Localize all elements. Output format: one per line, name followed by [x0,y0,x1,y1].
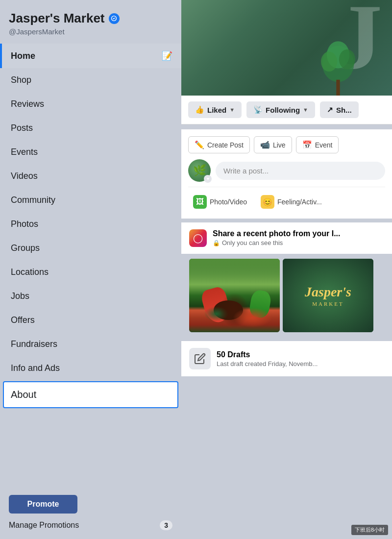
feeling-icon: 😊 [261,195,274,209]
sidebar-item-shop[interactable]: Shop [0,68,181,92]
page-title-row: Jasper's Market [9,11,172,26]
manage-promotions-label: Manage Promotions [9,521,79,530]
avatar: 🌿 ▾ [188,159,211,182]
lock-icon: 🔒 [213,240,220,246]
page-title: Jasper's Market [9,11,105,26]
sidebar-item-locations[interactable]: Locations [0,260,181,284]
svg-point-4 [339,49,355,70]
post-creation-area: ✏️ Create Post 📹 Live 📅 Event 🌿 ▾ [181,129,392,219]
sidebar-item-label: Jobs [11,291,29,301]
sidebar-item-label: Community [11,195,55,205]
share-label: Sh... [336,106,352,114]
write-post-input[interactable]: Write a post... [216,162,385,180]
photo-icon: 🖼 [193,195,207,209]
event-label: Event [315,141,333,149]
sidebar-item-label: About [11,389,36,400]
post-input-row: 🌿 ▾ Write a post... [188,159,385,182]
photo-video-label: Photo/Video [210,198,247,206]
feeling-button[interactable]: 😊 Feeling/Activ... [256,192,327,212]
avatar-icon: 🌿 [193,164,206,177]
share-button[interactable]: ↗ Sh... [320,101,359,118]
event-button[interactable]: 📅 Event [296,136,339,153]
drafts-section[interactable]: 50 Drafts Last draft created Friday, Nov… [181,341,392,376]
instagram-share-title: Share a recent photo from your I... [213,229,341,238]
vegetable-photo-thumb[interactable] [189,259,280,332]
sidebar-item-label: Videos [11,171,38,181]
drafts-text: 50 Drafts Last draft created Friday, Nov… [217,350,318,368]
page-header: Jasper's Market @JaspersMarket [0,0,181,44]
nav-list: Home 📝 Shop Reviews Posts Events Videos … [0,44,181,488]
sidebar-item-groups[interactable]: Groups [0,236,181,260]
sidebar-item-community[interactable]: Community [0,188,181,212]
calendar-icon: 📅 [302,140,312,149]
avatar-dropdown-icon: ▾ [204,175,212,183]
create-post-label: Create Post [207,141,244,149]
live-label: Live [273,141,286,149]
sidebar-item-label: Groups [11,243,40,253]
photo-grid: Jasper's MARKET [189,259,384,332]
sidebar-item-label: Fundraisers [11,339,57,349]
sidebar-item-label: Offers [11,315,35,325]
sidebar-item-label: Shop [11,75,31,85]
promotions-badge: 3 [160,520,172,530]
following-button[interactable]: 📡 Following ▼ [246,101,315,118]
liked-icon: 👍 [195,105,204,114]
instagram-share-subtitle: 🔒 Only you can see this [213,239,341,246]
page-handle: @JaspersMarket [9,27,172,36]
drafts-title: 50 Drafts [217,350,250,359]
post-actions-row: ✏️ Create Post 📹 Live 📅 Event [188,136,385,153]
sidebar-item-label: Reviews [11,99,44,109]
sidebar-item-label: Locations [11,267,49,277]
drafts-subtitle: Last draft created Friday, Novemb... [217,360,318,368]
live-button[interactable]: 📹 Live [254,136,292,153]
following-label: Following [266,106,300,114]
share-icon: ↗ [327,105,333,114]
instagram-icon: ◯ [189,229,207,247]
sidebar-item-about[interactable]: About [3,381,178,408]
liked-label: Liked [207,106,226,114]
sidebar-item-photos[interactable]: Photos [0,212,181,236]
sidebar-item-label: Photos [11,219,38,229]
action-buttons-row: 👍 Liked ▼ 📡 Following ▼ ↗ Sh... [181,96,392,124]
photo-video-button[interactable]: 🖼 Photo/Video [188,192,252,212]
page-layout: Jasper's Market @JaspersMarket Home 📝 Sh… [0,0,392,539]
liked-chevron-icon: ▼ [229,107,235,113]
sidebar-item-label: Home [11,51,35,61]
following-icon: 📡 [253,105,263,114]
jasper-market-logo-thumb[interactable]: Jasper's MARKET [283,259,373,332]
sidebar-item-home[interactable]: Home 📝 [0,44,181,68]
edit-icon: 📝 [162,50,172,61]
sidebar-item-posts[interactable]: Posts [0,116,181,140]
sidebar-item-jobs[interactable]: Jobs [0,284,181,308]
watermark: 下班后8小时 [351,525,388,535]
svg-rect-2 [336,80,340,96]
cover-plant-icon [314,37,363,96]
svg-point-3 [321,51,337,72]
pencil-icon: ✏️ [195,140,204,149]
manage-promotions-row[interactable]: Manage Promotions 3 [9,520,172,530]
cover-area: J [181,0,392,96]
create-post-button[interactable]: ✏️ Create Post [188,136,250,153]
verified-badge [109,13,120,24]
sidebar-item-info-and-ads[interactable]: Info and Ads [0,356,181,380]
promote-button[interactable]: Promote [9,495,77,514]
sidebar-item-offers[interactable]: Offers [0,308,181,332]
instagram-share-subtitle-text: Only you can see this [222,239,283,246]
instagram-share-section: ◯ Share a recent photo from your I... 🔒 … [181,222,392,254]
sidebar-item-reviews[interactable]: Reviews [0,92,181,116]
sidebar-item-fundraisers[interactable]: Fundraisers [0,332,181,356]
sidebar-item-events[interactable]: Events [0,140,181,164]
following-chevron-icon: ▼ [303,107,308,113]
main-content: J 👍 Liked ▼ 📡 Following ▼ [181,0,392,539]
instagram-share-text: Share a recent photo from your I... 🔒 On… [213,229,341,246]
drafts-icon [189,348,211,369]
sidebar-item-label: Posts [11,123,33,133]
sidebar-bottom: Promote Manage Promotions 3 [0,488,181,539]
sidebar: Jasper's Market @JaspersMarket Home 📝 Sh… [0,0,181,539]
live-icon: 📹 [260,140,270,149]
sidebar-item-label: Info and Ads [11,363,60,373]
post-media-row: 🖼 Photo/Video 😊 Feeling/Activ... [188,187,385,212]
liked-button[interactable]: 👍 Liked ▼ [188,101,242,118]
sidebar-item-videos[interactable]: Videos [0,164,181,188]
feeling-label: Feeling/Activ... [277,198,322,206]
